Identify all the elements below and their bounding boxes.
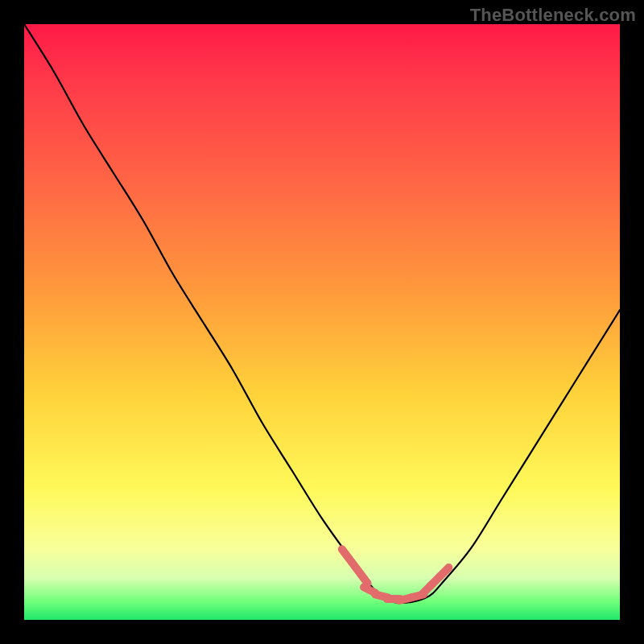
curve-marker [440,568,448,576]
bottleneck-curve-path [24,24,620,603]
watermark-text: TheBottleneck.com [470,5,636,26]
chart-frame: TheBottleneck.com [0,0,644,644]
chart-svg [24,24,620,620]
curve-marker [360,573,368,584]
plot-area [24,24,620,620]
